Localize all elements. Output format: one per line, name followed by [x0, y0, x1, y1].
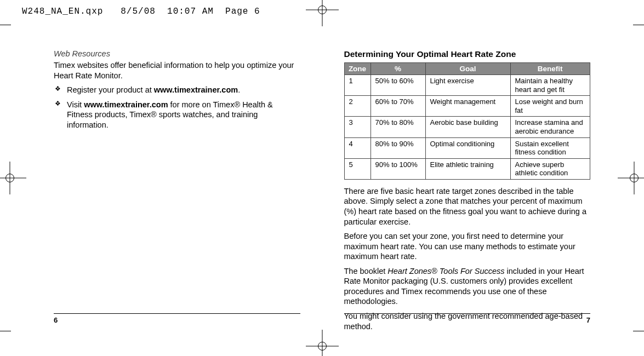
paragraph: The booklet Heart Zones® Tools For Succe…	[344, 266, 591, 307]
cell-zone: 2	[344, 96, 371, 117]
text: .	[238, 85, 240, 94]
cell-benefit: Maintain a healthy heart and get fit	[510, 75, 590, 96]
cell-benefit: Sustain excellent fitness condition	[510, 137, 590, 158]
cell-zone: 4	[344, 137, 371, 158]
col-benefit: Benefit	[510, 63, 590, 75]
cell-pct: 90% to 100%	[371, 158, 425, 179]
paragraph: There are five basic heart rate target z…	[344, 186, 591, 227]
cell-zone: 3	[344, 117, 371, 137]
list-item: Visit www.timextrainer.com for more on T…	[54, 100, 300, 130]
cell-goal: Aerobic base building	[425, 117, 510, 137]
text: Visit	[67, 100, 84, 109]
paragraph: Before you can set your zone, you first …	[344, 231, 591, 262]
table-row: 150% to 60%Light exerciseMaintain a heal…	[344, 75, 590, 96]
cell-goal: Elite athletic training	[425, 158, 510, 179]
text: Register your product at	[67, 85, 154, 94]
cell-benefit: Lose weight and burn fat	[510, 96, 590, 117]
booklet-title: Heart Zones® Tools For Success	[387, 267, 504, 275]
list-item: Register your product at www.timextraine…	[54, 85, 300, 95]
web-resources-intro: Timex websites offer beneficial informat…	[54, 60, 300, 81]
cell-goal: Optimal conditioning	[425, 137, 510, 158]
cell-benefit: Increase stamina and aerobic endurance	[510, 117, 590, 137]
cell-pct: 60% to 70%	[371, 96, 425, 117]
table-row: 590% to 100%Elite athletic trainingAchie…	[344, 158, 590, 179]
page-number-left: 6	[54, 313, 300, 324]
left-page: Web Resources Timex websites offer benef…	[0, 49, 322, 323]
table-row: 370% to 80%Aerobic base buildingIncrease…	[344, 117, 590, 137]
text: The booklet	[344, 267, 388, 275]
web-resources-heading: Web Resources	[54, 49, 300, 58]
crop-mark	[633, 25, 644, 25]
registration-mark-bottom	[312, 336, 332, 356]
table-row: 480% to 90%Optimal conditioningSustain e…	[344, 137, 590, 158]
page-number-right: 7	[344, 313, 591, 324]
prepress-header: W248_NA_EN.qxp 8/5/08 10:07 AM Page 6	[22, 7, 260, 16]
col-goal: Goal	[425, 63, 510, 75]
crop-mark	[633, 331, 644, 331]
web-resources-list: Register your product at www.timextraine…	[54, 85, 300, 130]
cell-zone: 5	[344, 158, 371, 179]
cell-pct: 80% to 90%	[371, 137, 425, 158]
link-text: www.timextrainer.com	[154, 85, 238, 94]
cell-goal: Light exercise	[425, 75, 510, 96]
heart-rate-zone-table: Zone % Goal Benefit 150% to 60%Light exe…	[344, 62, 591, 180]
table-row: 260% to 70%Weight managementLose weight …	[344, 96, 590, 117]
cell-goal: Weight management	[425, 96, 510, 117]
registration-mark-top	[312, 0, 332, 20]
col-zone: Zone	[344, 63, 371, 75]
cell-zone: 1	[344, 75, 371, 96]
heart-rate-zone-heading: Determining Your Optimal Heart Rate Zone	[344, 49, 591, 59]
cell-benefit: Achieve superb athletic condition	[510, 158, 590, 179]
col-percent: %	[371, 63, 425, 75]
link-text: www.timextrainer.com	[84, 100, 168, 109]
cell-pct: 50% to 60%	[371, 75, 425, 96]
crop-mark	[0, 331, 11, 331]
cell-pct: 70% to 80%	[371, 117, 425, 137]
right-page: Determining Your Optimal Heart Rate Zone…	[322, 49, 645, 323]
table-header-row: Zone % Goal Benefit	[344, 63, 590, 75]
crop-mark	[0, 25, 11, 25]
